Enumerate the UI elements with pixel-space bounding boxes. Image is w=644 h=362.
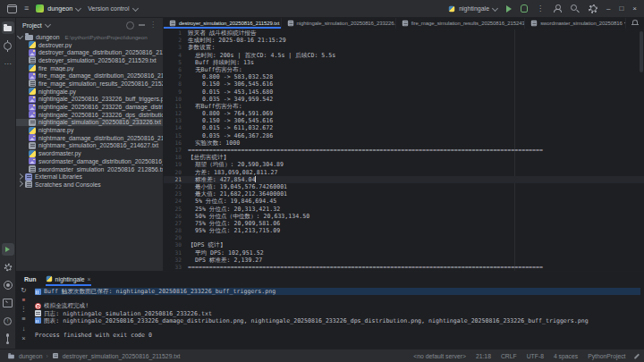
editor-line[interactable]: 16 实验次数: 1000 [164, 139, 644, 147]
services-tool-window-button[interactable] [2, 261, 14, 274]
editor-line[interactable]: 33======================================… [164, 264, 644, 271]
tree-item-swordmaster-damage-distribution-20250816-212856-png[interactable]: swordmaster_damage_distribution_20250816… [16, 157, 163, 165]
statusbar-item-0[interactable]: <no default server> [413, 353, 466, 359]
editor-line[interactable]: 32 DPS 标准差: 2,139.27 [164, 257, 644, 264]
editor-line[interactable]: 6 无Buff伤害分布: [164, 66, 644, 73]
breadcrumb-project[interactable]: dungeon [19, 353, 42, 359]
editor-line[interactable]: 3参数设置: [164, 44, 644, 51]
editor-line[interactable]: 29 [164, 234, 644, 241]
tree-item-fire-mage-simulation-results-20250816-215243-txt[interactable]: fire_mage_simulation_results_20250816_21… [16, 80, 163, 88]
tree-item-destroyer-simulation-20250816-211529-txt[interactable]: destroyer_simulation_20250816_211529.txt [16, 56, 163, 64]
statusbar-item-1[interactable]: 21:18 [476, 353, 491, 359]
editor-line[interactable]: 7 0.800 -> 583,032.528 [164, 73, 644, 80]
app-window-icon[interactable] [7, 4, 17, 13]
console-options-icon[interactable]: ⋮ [21, 306, 28, 313]
project-widget[interactable]: dungeon [36, 4, 80, 13]
editor-tab-fire_mage_simulation[interactable]: fire_mage_simulation_results_20250816_21… [396, 18, 525, 29]
debug-tool-window-button[interactable] [2, 279, 14, 291]
statusbar-item-5[interactable]: PythonProject [588, 353, 625, 359]
tree-item-swordmaster-simulation-20250816-212856-txt[interactable]: swordmaster_simulation_20250816_212856.t… [16, 165, 163, 173]
commit-tool-window-button[interactable] [2, 39, 14, 52]
tree-item-nightmare-simulation-20250816-214627-txt[interactable]: nightmare_simulation_20250816_214627.txt [16, 142, 163, 150]
statusbar-item-4[interactable]: 4 spaces [554, 353, 578, 359]
search-everywhere-icon[interactable] [571, 4, 580, 13]
chevron-down-icon[interactable] [624, 20, 626, 26]
chevron-right-icon[interactable] [17, 181, 23, 187]
rerun-icon[interactable]: ↻ [21, 287, 26, 294]
statusbar-item-3[interactable]: UTF-8 [527, 353, 544, 359]
editor-line[interactable]: 26 50% 分位点（中位数）: 20,633,134.50 [164, 213, 644, 220]
project-tool-window-button[interactable] [2, 21, 14, 34]
breadcrumb-file[interactable]: destroyer_simulation_20250816_211529.txt [63, 353, 181, 359]
main-menu-icon[interactable]: ≡ [24, 4, 29, 13]
close-button[interactable]: × [632, 5, 637, 13]
editor-line[interactable]: 8 0.150 -> 306,545.616 [164, 80, 644, 88]
version-control-widget[interactable]: Version control [88, 5, 137, 12]
project-tree[interactable]: dungeonE:\python\PythonProject\dungeonde… [16, 32, 163, 271]
tree-item-nightingale-20250816-233226-damage-distribution-png[interactable]: nightingale_20250816_233226_damage_distr… [16, 103, 163, 111]
editor-line[interactable]: 9 0.015 -> 453,145.680 [164, 88, 644, 96]
run-tab-nightingale[interactable]: nightingale × [46, 272, 91, 286]
tree-item-destroyer-damage-distribution-20250816-211529-png[interactable]: destroyer_damage_distribution_20250816_2… [16, 48, 163, 56]
editor-tab-destroyer_simulation[interactable]: destroyer_simulation_20250816_211529.txt… [164, 18, 282, 29]
editor-line[interactable]: 28 95% 分位点: 21,213,715.09 [164, 227, 644, 234]
editor-line[interactable]: 24 5% 分位点: 19,846,694.45 [164, 198, 644, 205]
editor-line[interactable]: 4 总时间: 200s | 首次CD: 4.5s | 后续CD: 5.5s [164, 52, 644, 59]
terminal-tool-window-button[interactable] [2, 297, 14, 309]
editor-line[interactable]: 10 0.035 -> 349,959.542 [164, 96, 644, 103]
project-panel-title[interactable]: Project [22, 22, 42, 29]
editor-line[interactable]: 5 Buff 持续时间: 13s [164, 59, 644, 66]
editor-line[interactable]: 2生成时间: 2025-08-16 21:15:29 [164, 37, 644, 44]
chevron-down-icon[interactable] [17, 33, 23, 39]
tree-item-nightmare-py[interactable]: nightmare.py [16, 126, 163, 134]
tree-item-scratches-and-consoles[interactable]: Scratches and Consoles [16, 181, 163, 189]
select-opened-file-icon[interactable] [126, 21, 134, 29]
soft-wrap-icon[interactable]: ≡ [21, 316, 25, 323]
write-access-icon[interactable] [633, 353, 639, 358]
editor-line[interactable]: 25 25% 分位点: 20,313,421.32 [164, 206, 644, 213]
run-configuration-widget[interactable]: nightingale [448, 5, 497, 13]
stop-icon[interactable]: ■ [22, 297, 26, 302]
scroll-to-end-icon[interactable]: ↓ [22, 325, 26, 333]
tree-item-nightingale-py[interactable]: nightingale.py [16, 88, 163, 96]
editor-line[interactable]: 19 期望（均值）: 20,590,304.89 [164, 161, 644, 168]
editor-line[interactable]: 18【总伤害统计】 [164, 154, 644, 161]
editor-line[interactable]: 1毁灭者 战斗模拟统计报告 [164, 29, 644, 37]
chevron-down-icon[interactable] [45, 21, 51, 28]
code-with-me-icon[interactable] [553, 4, 562, 13]
editor-line[interactable]: 14 0.015 -> 611,032.672 [164, 124, 644, 131]
chevron-right-icon[interactable] [17, 173, 23, 180]
editor-line[interactable]: 17======================================… [164, 147, 644, 154]
collapse-all-icon[interactable] [139, 24, 145, 25]
editor-line[interactable]: 27 75% 分位点: 20,909,581.06 [164, 220, 644, 227]
editor-line[interactable]: 21 标准差: 427,854.04 [164, 176, 644, 183]
editor-line[interactable]: 23 最大值: 21,682,212.36400001 [164, 190, 644, 198]
statusbar-item-2[interactable]: CRLF [501, 353, 517, 359]
tree-item-nightingale-20250816-233226-buff-triggers-png[interactable]: nightingale_20250816_233226_buff_trigger… [16, 96, 163, 104]
editor-tab-nightingale_simulati[interactable]: nightingale_simulation_20250816_233226.t… [282, 18, 396, 29]
tree-item-fire-mage-py[interactable]: fire_mage.py [16, 64, 163, 72]
problems-tool-window-button[interactable]: ! [2, 315, 14, 327]
tree-item-dungeon[interactable]: dungeonE:\python\PythonProject\dungeon [16, 33, 163, 41]
editor-line[interactable]: 31 平均 DPS: 102,951.52 [164, 249, 644, 257]
editor-line[interactable]: 15 0.035 -> 466,367.286 [164, 132, 644, 139]
notifications-bell-icon[interactable] [631, 20, 639, 27]
editor-line[interactable]: 11 有Buff伤害分布: [164, 103, 644, 110]
editor[interactable]: 1毁灭者 战斗模拟统计报告2生成时间: 2025-08-16 21:15:293… [164, 29, 644, 271]
tree-item-swordmaster-py[interactable]: swordmaster.py [16, 149, 163, 157]
minimize-button[interactable]: – [606, 5, 610, 13]
run-tool-window-button[interactable] [2, 243, 14, 256]
tree-item-nightmare-damage-distribution-20250816-214627-png[interactable]: nightmare_damage_distribution_20250816_2… [16, 134, 163, 142]
run-button[interactable] [506, 5, 512, 13]
editor-tab-swordmaster_simulati[interactable]: swordmaster_simulation_20250816 [525, 18, 626, 29]
editor-line[interactable]: 20 方差: 183,059,082,811.27 [164, 169, 644, 176]
run-console[interactable]: Buff 触发次数图已保存: nightingale_20250816_2332… [31, 286, 644, 349]
tree-item-external-libraries[interactable]: External Libraries [16, 173, 163, 181]
tree-item-fire-mage-damage-distribution-20250816-215243-png[interactable]: fire_mage_damage_distribution_20250816_2… [16, 72, 163, 80]
tree-item-nightingale-simulation-20250816-233226-txt[interactable]: nightingale_simulation_20250816_233226.t… [16, 119, 163, 127]
tree-item-nightingale-20250816-233226-dps-distribution-png[interactable]: nightingale_20250816_233226_dps_distribu… [16, 111, 163, 119]
close-icon[interactable]: × [88, 276, 91, 282]
maximize-button[interactable]: □ [619, 5, 623, 13]
more-tool-windows-button[interactable]: ⋯ [2, 57, 14, 70]
editor-line[interactable]: 30【DPS 统计】 [164, 241, 644, 248]
